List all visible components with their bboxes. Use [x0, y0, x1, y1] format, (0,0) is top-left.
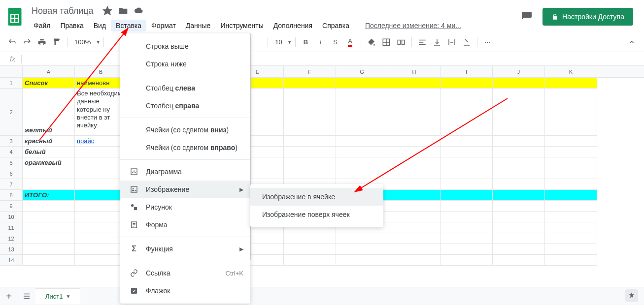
text-rotation-button[interactable] — [459, 35, 474, 50]
row-header[interactable]: 6 — [0, 168, 23, 179]
col-header[interactable]: F — [284, 66, 336, 77]
cell[interactable] — [545, 78, 597, 89]
sheets-logo[interactable] — [5, 7, 25, 27]
menu-view[interactable]: Вид — [89, 20, 111, 31]
cell[interactable] — [545, 168, 597, 179]
cell[interactable] — [336, 157, 388, 168]
cell[interactable]: желтый — [23, 89, 75, 136]
cell[interactable] — [336, 147, 388, 157]
cell[interactable] — [545, 244, 597, 255]
cell[interactable] — [441, 233, 493, 244]
cell[interactable] — [75, 212, 127, 222]
cell[interactable] — [441, 222, 493, 233]
vertical-align-button[interactable] — [430, 35, 444, 50]
select-all-corner[interactable] — [0, 66, 23, 77]
zoom-select[interactable]: 100% — [70, 38, 95, 46]
cell[interactable] — [441, 190, 493, 201]
menu-cells-shift-right[interactable]: Ячейки (со сдвигом вправо) — [120, 139, 250, 156]
cell[interactable] — [388, 157, 441, 168]
cell[interactable] — [545, 179, 597, 190]
star-icon[interactable] — [102, 6, 112, 16]
cell[interactable] — [75, 168, 127, 179]
menu-chart[interactable]: Диаграмма — [120, 163, 250, 181]
col-header[interactable]: B — [75, 66, 127, 77]
text-color-button[interactable]: A — [343, 35, 358, 50]
move-folder-icon[interactable] — [118, 6, 128, 16]
col-header[interactable]: H — [388, 66, 441, 77]
menu-image-over-cells[interactable]: Изображение поверх ячеек — [250, 206, 383, 223]
menu-checkbox[interactable]: Флажок — [120, 282, 250, 300]
menu-column-right[interactable]: Столбец справа — [120, 97, 250, 115]
expand-toolbar-button[interactable] — [624, 35, 639, 50]
cell[interactable] — [441, 168, 493, 179]
col-header[interactable]: I — [441, 66, 493, 77]
cell[interactable] — [75, 157, 127, 168]
row-header[interactable]: 2 — [0, 89, 23, 136]
cell[interactable] — [441, 244, 493, 255]
cell[interactable] — [284, 147, 336, 157]
cell[interactable] — [441, 157, 493, 168]
cell[interactable]: наименовн — [75, 78, 127, 89]
merge-cells-button[interactable] — [394, 35, 408, 50]
cell[interactable] — [23, 179, 75, 190]
cell[interactable] — [545, 157, 597, 168]
add-sheet-button[interactable]: + — [0, 287, 18, 305]
cell[interactable] — [75, 190, 127, 201]
menu-data[interactable]: Данные — [181, 20, 216, 31]
row-header[interactable]: 10 — [0, 212, 23, 222]
cell[interactable] — [75, 244, 127, 255]
cell[interactable] — [23, 168, 75, 179]
cell[interactable] — [23, 244, 75, 255]
cell[interactable] — [493, 255, 545, 266]
share-button[interactable]: Настройки Доступа — [542, 8, 633, 26]
cell[interactable] — [441, 136, 493, 147]
cell[interactable] — [336, 255, 388, 266]
cell[interactable] — [75, 201, 127, 212]
row-header[interactable]: 5 — [0, 157, 23, 168]
cell[interactable] — [75, 233, 127, 244]
cell[interactable]: белый — [23, 147, 75, 157]
col-header[interactable]: K — [545, 66, 597, 77]
paint-format-button[interactable] — [49, 35, 64, 50]
menu-column-left[interactable]: Столбец слева — [120, 79, 250, 97]
cell[interactable] — [75, 222, 127, 233]
cell[interactable] — [75, 255, 127, 266]
cell[interactable] — [545, 255, 597, 266]
fill-color-button[interactable] — [364, 35, 379, 50]
menu-file[interactable]: Файл — [29, 20, 55, 31]
menu-tools[interactable]: Инструменты — [215, 20, 268, 31]
cell[interactable] — [284, 168, 336, 179]
cell[interactable] — [23, 255, 75, 266]
row-header[interactable]: 1 — [0, 78, 23, 89]
menu-insert[interactable]: Вставка — [111, 20, 146, 31]
cell[interactable] — [284, 244, 336, 255]
cell[interactable] — [336, 233, 388, 244]
more-toolbar-button[interactable]: ⋯ — [480, 35, 495, 50]
cell[interactable] — [336, 244, 388, 255]
cloud-saved-icon[interactable] — [134, 6, 144, 16]
cell[interactable] — [441, 179, 493, 190]
row-header[interactable]: 13 — [0, 244, 23, 255]
cell[interactable] — [284, 89, 336, 136]
cell[interactable]: оранжевый — [23, 157, 75, 168]
cell[interactable] — [388, 168, 441, 179]
cell[interactable] — [388, 89, 441, 136]
sheet-tab[interactable]: Лист1▼ — [35, 288, 80, 304]
cell[interactable] — [441, 255, 493, 266]
cell[interactable] — [545, 222, 597, 233]
cell[interactable] — [493, 222, 545, 233]
cell[interactable]: Все необходим данные которые ну внести в… — [75, 89, 127, 136]
cell[interactable] — [388, 179, 441, 190]
menu-image-in-cell[interactable]: Изображение в ячейке — [250, 188, 383, 206]
col-header[interactable]: G — [336, 66, 388, 77]
menu-function[interactable]: ΣФункция▶ — [120, 240, 250, 258]
cell[interactable] — [441, 89, 493, 136]
redo-button[interactable] — [20, 35, 34, 50]
cell[interactable] — [23, 201, 75, 212]
menu-drawing[interactable]: Рисунок — [120, 198, 250, 216]
last-edit-link[interactable]: Последнее изменение: 4 ми... — [365, 22, 461, 30]
cell[interactable] — [545, 89, 597, 136]
cell[interactable] — [284, 157, 336, 168]
horizontal-align-button[interactable] — [415, 35, 430, 50]
cell[interactable] — [388, 244, 441, 255]
